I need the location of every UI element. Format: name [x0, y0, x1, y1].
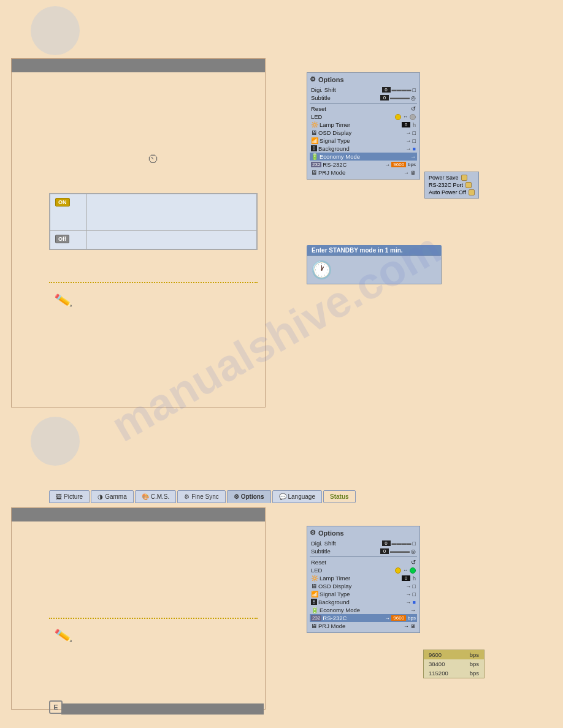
divider-2	[310, 556, 417, 557]
options-title-bottom: ⚙ Options	[310, 529, 417, 537]
options-row-reset: Reset ↺	[310, 105, 417, 113]
badge-off: Off	[55, 235, 69, 243]
options-icon-bottom: ⚙	[310, 529, 316, 537]
rs232c-port-dot	[465, 182, 472, 188]
options-row-prj: 🖥 PRJ Mode → 🖥	[310, 169, 417, 176]
options-row-rs232-2[interactable]: 232 RS-232C → 9600 bps	[310, 614, 417, 622]
tab-options[interactable]: ⚙ Options	[227, 490, 271, 503]
gamma-icon: ◑	[98, 493, 103, 500]
finesync-icon: ⚙	[184, 493, 190, 500]
tab-gamma[interactable]: ◑ Gamma	[91, 490, 134, 503]
options-row-digishift-2: Digi. Shift 0 ▬▬▬▬ □	[310, 539, 417, 547]
tab-finesync[interactable]: ⚙ Fine Sync	[177, 490, 225, 503]
tab-status[interactable]: Status	[323, 490, 356, 503]
options-row-prj-2: 🖥 PRJ Mode → 🖥	[310, 622, 417, 630]
options-row-lamp-2: 🔆 Lamp Timer 0 h	[310, 574, 417, 582]
standby-panel: Enter STANDBY mode in 1 min. 🕐	[307, 245, 442, 284]
rs232c-port-label: RS-232C Port	[429, 182, 463, 188]
dotted-separator-top	[49, 282, 258, 283]
tab-cms[interactable]: 🎨 C.M.S.	[135, 490, 177, 503]
e-badge: E	[49, 700, 63, 714]
rs232-dropdown: 9600 bps 38400 bps 115200 bps	[423, 650, 484, 678]
picture-icon: 🖼	[56, 493, 62, 500]
circle-decoration-mid	[31, 417, 80, 466]
options-row-economy-2: 🔋 Economy Mode →	[310, 606, 417, 614]
options-nav-icon: ⚙	[234, 493, 239, 500]
options-row-led-2: LED ↔	[310, 566, 417, 574]
standby-icon-area: 🕐	[307, 256, 442, 284]
nav-tabs: 🖼 Picture ◑ Gamma 🎨 C.M.S. ⚙ Fine Sync ⚙…	[49, 490, 356, 503]
options-row-rs232: 232 RS-232C → 9600 bps	[310, 161, 417, 169]
section-header-top	[12, 59, 265, 72]
options-row-digishift: Digi. Shift 0 ▬▬▬▬ □	[310, 86, 417, 94]
note-icon-bottom: ✏️	[54, 627, 73, 645]
options-row-osd-2: 🖥 OSD Display → □	[310, 582, 417, 590]
rs232c-port-row: RS-232C Port	[429, 181, 475, 189]
section-header-bottom	[12, 508, 265, 521]
rs232-option-38400[interactable]: 38400 bps	[424, 659, 484, 669]
options-row-osd: 🖥 OSD Display → □	[310, 129, 417, 137]
led-dot-3	[395, 567, 401, 574]
power-save-panel: Power Save RS-232C Port Auto Power Off	[424, 172, 479, 199]
language-icon: 💬	[279, 493, 286, 500]
tab-picture[interactable]: 🖼 Picture	[49, 490, 90, 503]
section-bottom	[11, 507, 266, 710]
auto-power-off-dot	[469, 189, 475, 195]
options-row-economy[interactable]: 🔋 Economy Mode →	[310, 153, 417, 161]
timer-icon: ⏲	[147, 152, 159, 166]
auto-power-off-row: Auto Power Off	[429, 189, 475, 196]
options-row-background-2: 🅱 Background → ■	[310, 598, 417, 606]
standby-banner: Enter STANDBY mode in 1 min.	[307, 245, 442, 256]
dotted-separator-bottom	[49, 618, 258, 619]
power-save-dot	[461, 175, 467, 181]
options-title-top: ⚙ Options	[310, 75, 417, 83]
note-icon-top: ✏️	[54, 292, 73, 310]
options-panel-bottom: ⚙ Options Digi. Shift 0 ▬▬▬▬ □ Subtitle …	[307, 526, 420, 633]
cms-icon: 🎨	[142, 493, 149, 500]
options-row-subtitle-2: Subtitle 0 ▬▬▬▬ ◎	[310, 547, 417, 555]
options-row-background: 🅱 Background → ■	[310, 145, 417, 153]
clock-icon: 🕐	[311, 260, 332, 280]
options-row-subtitle: Subtitle 0 ▬▬▬▬ ◎	[310, 94, 417, 102]
options-row-signal-2: 📶 Signal Type → □	[310, 590, 417, 598]
rs232-option-9600[interactable]: 9600 bps	[424, 650, 484, 659]
auto-power-off-label: Auto Power Off	[429, 189, 466, 195]
options-row-signal: 📶 Signal Type → □	[310, 137, 417, 145]
options-row-lamp: 🔆 Lamp Timer 0 h	[310, 121, 417, 129]
options-panel-top: ⚙ Options Digi. Shift 0 ▬▬▬▬ □ Subtitle …	[307, 72, 420, 180]
led-dot-1	[395, 114, 401, 120]
rs232-option-115200[interactable]: 115200 bps	[424, 669, 484, 678]
options-row-led: LED ↔	[310, 113, 417, 121]
options-row-reset-2: Reset ↺	[310, 558, 417, 566]
bottom-gray-bar	[61, 703, 264, 715]
circle-decoration-top	[31, 6, 80, 55]
led-dot-4	[410, 567, 416, 574]
power-save-row-1: Power Save	[429, 174, 475, 181]
divider-1	[310, 103, 417, 104]
tab-language[interactable]: 💬 Language	[272, 490, 323, 503]
table-top: ON Off	[49, 193, 258, 250]
led-dot-2	[410, 114, 416, 120]
badge-on: ON	[55, 198, 70, 207]
power-save-label: Power Save	[429, 175, 459, 181]
options-icon-top: ⚙	[310, 75, 316, 83]
